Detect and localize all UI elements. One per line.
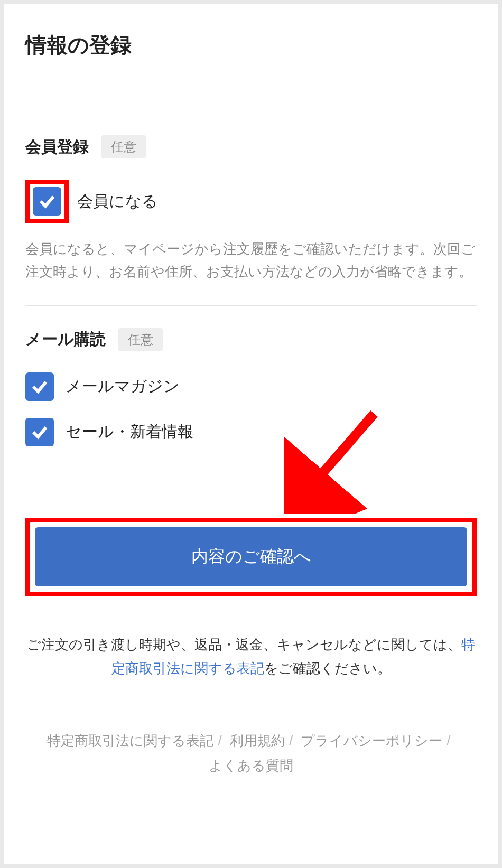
footer-link-terms[interactable]: 利用規約: [230, 733, 285, 749]
button-highlight-annotation: 内容のご確認へ: [25, 518, 477, 596]
separator: /: [447, 733, 450, 749]
become-member-row: 会員になる: [25, 180, 477, 223]
member-section: 会員登録 任意 会員になる 会員になると、マイページから注文履歴をご確認いただけ…: [25, 113, 477, 305]
form-card: 情報の登録 会員登録 任意 会員になる 会員になると、マイページから注文履歴をご…: [4, 4, 498, 864]
notice-text: ご注文の引き渡し時期や、返品・返金、キャンセルなどに関しては、特定商取引法に関す…: [25, 633, 477, 681]
mail-section-header: メール購読 任意: [25, 328, 477, 351]
sale-news-row: セール・新着情報: [25, 418, 477, 446]
separator: /: [289, 733, 293, 749]
mail-section-title: メール購読: [25, 329, 106, 350]
mail-section: メール購読 任意 メールマガジン セール・新着情報: [25, 305, 477, 486]
sale-news-label: セール・新着情報: [66, 421, 193, 443]
check-icon: [30, 423, 49, 442]
become-member-checkbox[interactable]: [33, 187, 61, 216]
footer-link-faq[interactable]: よくある質問: [209, 758, 293, 773]
become-member-label: 会員になる: [77, 191, 158, 212]
member-helper-text: 会員になると、マイページから注文履歴をご確認いただけます。次回ご注文時より、お名…: [25, 238, 477, 283]
highlight-annotation: [25, 180, 69, 223]
footer-link-tokushoho[interactable]: 特定商取引法に関する表記: [47, 733, 213, 749]
footer-links: 特定商取引法に関する表記/ 利用規約/ プライバシーポリシー/ よくある質問: [25, 729, 477, 778]
optional-badge: 任意: [101, 135, 146, 158]
mail-magazine-row: メールマガジン: [25, 372, 477, 401]
member-section-header: 会員登録 任意: [25, 135, 477, 158]
notice-prefix: ご注文の引き渡し時期や、返品・返金、キャンセルなどに関しては、: [27, 637, 461, 652]
footer-link-privacy[interactable]: プライバシーポリシー: [301, 733, 442, 749]
check-icon: [30, 377, 49, 396]
sale-news-checkbox[interactable]: [25, 418, 54, 446]
check-icon: [38, 192, 57, 211]
notice-suffix: をご確認ください。: [264, 660, 391, 676]
confirm-button[interactable]: 内容のご確認へ: [35, 527, 467, 586]
action-section: 内容のご確認へ: [25, 486, 477, 596]
page-title: 情報の登録: [25, 31, 477, 81]
mail-magazine-checkbox[interactable]: [25, 372, 54, 401]
member-section-title: 会員登録: [25, 136, 89, 158]
optional-badge: 任意: [118, 328, 163, 351]
mail-magazine-label: メールマガジン: [66, 376, 180, 397]
separator: /: [218, 733, 221, 749]
